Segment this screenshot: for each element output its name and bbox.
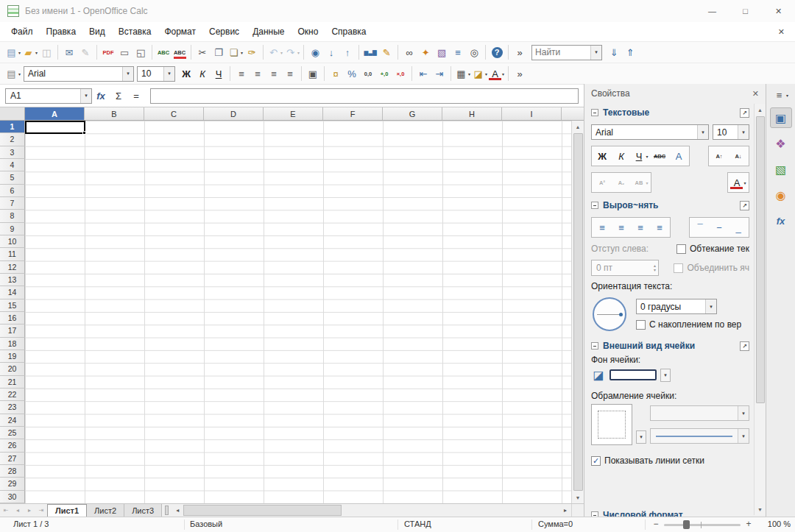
sidebar-font-size-combo[interactable]: 10 ▾: [713, 124, 749, 140]
toolbar-more-icon[interactable]: »: [512, 65, 528, 82]
formula-icon[interactable]: =: [127, 91, 145, 102]
sum-status[interactable]: Сумма=0: [538, 519, 573, 528]
auto-spellcheck-icon[interactable]: ABC: [172, 44, 188, 60]
align-center-icon[interactable]: ≡: [612, 219, 631, 236]
sidebar-scroll-down-icon[interactable]: ▼: [754, 503, 766, 515]
horizontal-scroll-thumb[interactable]: [183, 505, 342, 516]
background-color-icon[interactable]: ◪▾: [471, 65, 488, 82]
align-bottom-icon[interactable]: _: [729, 219, 748, 236]
line-style-dropdown-icon[interactable]: ▾: [738, 406, 749, 420]
row-header-29[interactable]: 29: [0, 478, 25, 490]
properties-tab[interactable]: ▣: [770, 107, 792, 128]
find-replace-icon[interactable]: ∞: [401, 44, 417, 60]
standard-format-icon[interactable]: 0,0: [360, 65, 376, 82]
align-center-icon[interactable]: ≡: [250, 65, 266, 82]
borders-icon[interactable]: ▦▾: [454, 65, 471, 82]
row-header-10[interactable]: 10: [0, 235, 25, 248]
row-header-19[interactable]: 19: [0, 350, 25, 363]
row-header-22[interactable]: 22: [0, 389, 25, 401]
sidebar-underline-icon[interactable]: Ч▾: [631, 147, 650, 165]
gallery-icon[interactable]: ▧: [434, 44, 450, 60]
delete-decimal-icon[interactable]: ×,0: [392, 65, 409, 82]
menu-format[interactable]: Формат: [158, 24, 202, 40]
find-next-icon[interactable]: ⇓: [606, 44, 622, 60]
cell-grid[interactable]: [25, 121, 571, 503]
merge-cells-icon[interactable]: ▣: [305, 65, 321, 82]
row-header-24[interactable]: 24: [0, 414, 25, 427]
background-color-dropdown-icon[interactable]: ▾: [660, 369, 671, 382]
functions-tab[interactable]: fx: [770, 210, 792, 231]
row-header-3[interactable]: 3: [0, 146, 25, 159]
row-header-2[interactable]: 2: [0, 133, 25, 146]
degrees-combo[interactable]: 0 градусы ▾: [636, 299, 717, 314]
increase-font-size-icon[interactable]: А↑: [710, 147, 729, 165]
add-decimal-icon[interactable]: +,0: [376, 65, 392, 82]
menu-edit[interactable]: Правка: [40, 24, 83, 40]
column-header-H[interactable]: H: [442, 107, 502, 120]
menu-help[interactable]: Справка: [325, 24, 372, 40]
styles-tab[interactable]: ❖: [770, 133, 792, 154]
data-sources-icon[interactable]: ≡: [450, 44, 466, 60]
row-header-30[interactable]: 30: [0, 491, 25, 503]
column-header-A[interactable]: A: [25, 107, 85, 120]
find-previous-icon[interactable]: ⇑: [622, 44, 638, 60]
tab-splitter[interactable]: [165, 506, 169, 515]
underline-icon[interactable]: Ч: [211, 65, 227, 82]
sum-icon[interactable]: Σ: [110, 91, 127, 102]
toolbar-more-icon[interactable]: »: [512, 44, 528, 60]
selected-cell-A1[interactable]: [25, 121, 85, 134]
gallery-tab[interactable]: ▧: [770, 159, 792, 180]
sort-descending-icon[interactable]: ↑: [339, 44, 356, 60]
menu-tools[interactable]: Сервис: [202, 24, 246, 40]
redo-icon-dropdown[interactable]: ▾: [297, 50, 300, 55]
sidebar-scroll-thumb[interactable]: [756, 116, 765, 403]
column-header-D[interactable]: D: [204, 107, 264, 120]
font-size-combo[interactable]: 10 ▾: [137, 66, 175, 82]
sheet-tab-Лист3[interactable]: Лист3: [124, 504, 162, 517]
row-header-23[interactable]: 23: [0, 401, 25, 414]
maximize-button[interactable]: □: [729, 0, 762, 22]
sidebar-font-color-icon-dropdown[interactable]: ▾: [743, 180, 746, 185]
sheet-tab-Лист1[interactable]: Лист1: [47, 504, 87, 517]
find-combo[interactable]: ▾: [531, 45, 602, 60]
vertical-scrollbar[interactable]: ▲ ▼: [571, 121, 584, 503]
horizontal-scroll-track[interactable]: [183, 504, 559, 517]
column-header-G[interactable]: G: [383, 107, 442, 120]
font-name-dropdown-icon[interactable]: ▾: [122, 67, 133, 81]
collapse-icon[interactable]: [591, 109, 598, 116]
row-header-15[interactable]: 15: [0, 299, 25, 312]
email-icon[interactable]: ✉: [61, 44, 77, 60]
formula-input[interactable]: [150, 88, 579, 104]
row-header-18[interactable]: 18: [0, 338, 25, 350]
paste-icon[interactable]: ❏▾: [227, 44, 244, 60]
collapse-icon[interactable]: [591, 511, 598, 517]
checkbox-box[interactable]: [636, 320, 646, 330]
row-header-6[interactable]: 6: [0, 185, 25, 197]
zoom-level[interactable]: 100 %: [758, 519, 791, 528]
zoom-slider-track[interactable]: [664, 524, 741, 526]
border-dropdown-icon[interactable]: ▾: [636, 430, 646, 444]
line-style-combo[interactable]: ▾: [650, 405, 749, 421]
row-header-7[interactable]: 7: [0, 197, 25, 210]
align-left-icon[interactable]: ≡: [593, 219, 612, 236]
row-header-27[interactable]: 27: [0, 453, 25, 465]
dialog-launcher-icon[interactable]: [740, 108, 749, 118]
currency-format-icon[interactable]: ¤: [328, 65, 344, 82]
row-header-8[interactable]: 8: [0, 210, 25, 222]
export-pdf-icon[interactable]: PDF: [100, 44, 116, 60]
align-justify-icon[interactable]: ≡: [282, 65, 298, 82]
percent-format-icon[interactable]: %: [344, 65, 360, 82]
page-style[interactable]: Базовый: [190, 519, 222, 528]
select-all-corner[interactable]: [0, 107, 25, 120]
row-header-12[interactable]: 12: [0, 261, 25, 274]
scroll-left-icon[interactable]: ◂: [172, 504, 183, 517]
degrees-dropdown-icon[interactable]: ▾: [705, 299, 716, 313]
menu-insert[interactable]: Вставка: [112, 24, 158, 40]
sidebar-font-size-dropdown-icon[interactable]: ▾: [738, 125, 749, 139]
new-document-icon[interactable]: ▤▾: [4, 44, 21, 60]
sheet-tab-Лист2[interactable]: Лист2: [87, 504, 124, 517]
open-folder-icon[interactable]: ▰▾: [21, 44, 38, 60]
sidebar-menu-icon[interactable]: ≡▾: [772, 87, 789, 103]
sidebar-font-name-dropdown-icon[interactable]: ▾: [697, 125, 708, 139]
fill-handle[interactable]: [82, 131, 86, 135]
